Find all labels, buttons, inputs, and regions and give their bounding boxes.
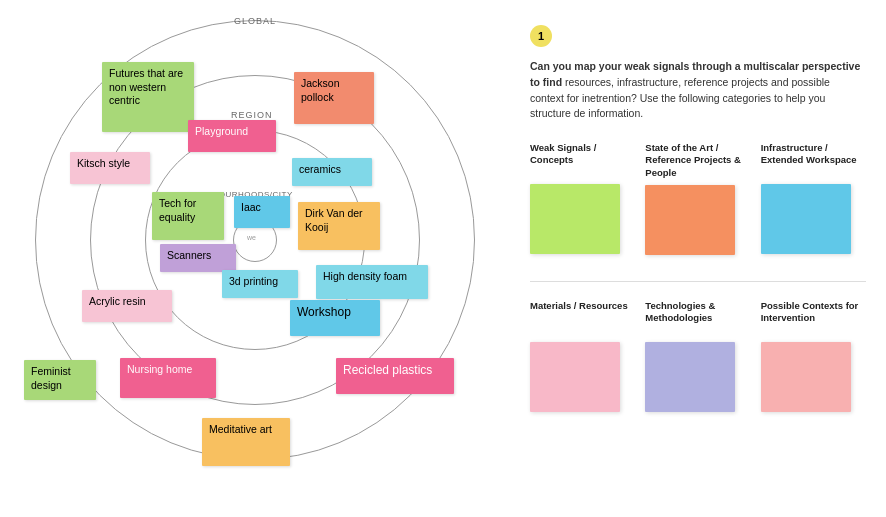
sticky-ceramics[interactable]: ceramics bbox=[292, 158, 372, 186]
sticky-technologies[interactable] bbox=[645, 342, 735, 412]
sticky-workshop[interactable]: Workshop bbox=[290, 300, 380, 336]
category-label-4: Technologies & Methodologies bbox=[645, 300, 750, 336]
label-global: GLOBAL bbox=[233, 16, 277, 26]
category-label-2: Infrastructure / Extended Workspace bbox=[761, 142, 866, 178]
sticky-recycled[interactable]: Recicled plastics bbox=[336, 358, 454, 394]
sticky-feminist[interactable]: Feminist design bbox=[24, 360, 96, 400]
sticky-meditative[interactable]: Meditative art bbox=[202, 418, 290, 466]
sticky-tech[interactable]: Tech for equality bbox=[152, 192, 224, 240]
sticky-futures[interactable]: Futures that are non western centric bbox=[102, 62, 194, 132]
category-materials: Materials / Resources bbox=[530, 300, 635, 412]
category-label-1: State of the Art / Reference Projects & … bbox=[645, 142, 750, 179]
category-infrastructure: Infrastructure / Extended Workspace bbox=[761, 142, 866, 255]
category-state-of-art: State of the Art / Reference Projects & … bbox=[645, 142, 750, 255]
sticky-playground[interactable]: Playground bbox=[188, 120, 276, 152]
sticky-jackson[interactable]: Jackson pollock bbox=[294, 72, 374, 124]
divider bbox=[530, 281, 866, 282]
sticky-state-of-art[interactable] bbox=[645, 185, 735, 255]
sticky-kitsch[interactable]: Kitsch style bbox=[70, 152, 150, 184]
sticky-acrylic[interactable]: Acrylic resin bbox=[82, 290, 172, 322]
sticky-contexts[interactable] bbox=[761, 342, 851, 412]
category-contexts: Possible Contexts for Intervention bbox=[761, 300, 866, 412]
category-technologies: Technologies & Methodologies bbox=[645, 300, 750, 412]
instructions-text: Can you map your weak signals through a … bbox=[530, 59, 866, 122]
sticky-iaac[interactable]: Iaac bbox=[234, 196, 290, 228]
sticky-scanners[interactable]: Scanners bbox=[160, 244, 236, 272]
label-region: REGION bbox=[231, 110, 273, 120]
diagram-panel: GLOBAL REGION NEIGHBOURHOODS/CITY we Fut… bbox=[0, 0, 510, 517]
info-panel: 1 Can you map your weak signals through … bbox=[510, 0, 886, 517]
sticky-3dprinting[interactable]: 3d printing bbox=[222, 270, 298, 298]
category-weak-signals: Weak Signals / Concepts bbox=[530, 142, 635, 255]
sticky-highdensity[interactable]: High density foam bbox=[316, 265, 428, 299]
categories-grid: Weak Signals / Concepts State of the Art… bbox=[530, 142, 866, 412]
category-label-0: Weak Signals / Concepts bbox=[530, 142, 635, 178]
sticky-dirk[interactable]: Dirk Van der Kooij bbox=[298, 202, 380, 250]
category-label-5: Possible Contexts for Intervention bbox=[761, 300, 866, 336]
sticky-weak-signals[interactable] bbox=[530, 184, 620, 254]
sticky-nursing[interactable]: Nursing home bbox=[120, 358, 216, 398]
label-we: we bbox=[247, 234, 256, 241]
step-badge: 1 bbox=[530, 25, 552, 47]
category-label-3: Materials / Resources bbox=[530, 300, 635, 336]
sticky-infrastructure[interactable] bbox=[761, 184, 851, 254]
sticky-materials[interactable] bbox=[530, 342, 620, 412]
instructions-normal: resources, infrastructure, reference pro… bbox=[530, 76, 830, 120]
